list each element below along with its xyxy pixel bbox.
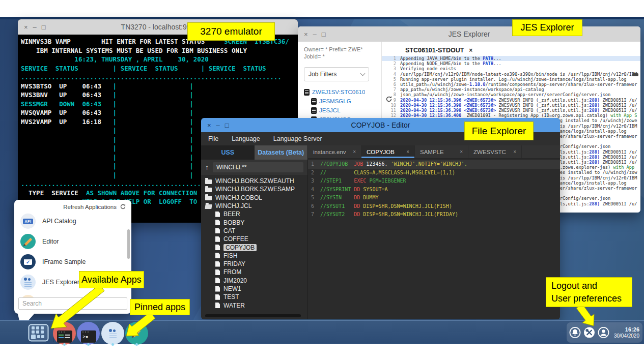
- text-segment: WINMVS3B VAMP: [21, 38, 101, 45]
- code-line: 5//SYSIN DD DUMMY: [308, 194, 560, 202]
- text-segment: PGM=IEBGENER: [369, 177, 406, 186]
- jes-job-item[interactable]: ZWEJ1SV:STC06101: [304, 87, 377, 97]
- dataset-member[interactable]: BOBBY: [201, 218, 307, 226]
- jes-dd-item[interactable]: JESMSGLG: [311, 97, 377, 106]
- editor-tab-copyjob[interactable]: COPYJOB×: [361, 145, 415, 158]
- tn3270-app-icon[interactable]: >▪: [77, 322, 100, 345]
- running-indicator: [111, 343, 114, 346]
- scrollbar-thumb[interactable]: [127, 229, 130, 259]
- menu-item-language[interactable]: Language: [232, 135, 260, 142]
- dataset-tree: WINCHJ.BORK.SZWEAUTHWINCHJ.BORK.SZWESAMP…: [201, 175, 307, 319]
- settings-icon[interactable]: [583, 326, 595, 339]
- refresh-applications-button[interactable]: Refresh Applications: [63, 204, 117, 210]
- scrollbar-thumb[interactable]: [205, 314, 301, 317]
- close-tab-icon[interactable]: ×: [353, 149, 356, 155]
- user-icon[interactable]: [598, 326, 609, 339]
- scrollbar-thumb[interactable]: [632, 73, 638, 76]
- text-segment: 123456,: [363, 160, 390, 169]
- text-segment: MVS3BTSO UP 06:43: [21, 82, 101, 90]
- dataset-member[interactable]: NEW1: [201, 285, 307, 293]
- app-menu-item-iframe-sample[interactable]: ✓IFrame Sample: [14, 252, 131, 272]
- panel-tab-uss[interactable]: USS: [201, 145, 255, 160]
- dataset-folder[interactable]: WINCHJ.COBOL: [201, 194, 307, 202]
- log-line-number: 11: [382, 108, 400, 113]
- text-segment: |: [101, 118, 117, 126]
- editor-tab-instance-env[interactable]: instance.env×: [308, 145, 361, 158]
- editor-tab-zwesvstc[interactable]: ZWESVSTC×: [468, 145, 522, 158]
- dataset-folder[interactable]: WINCHJ.JCL: [201, 202, 307, 210]
- text-segment: 288): [589, 149, 600, 155]
- text-segment: Verifying node exists: [400, 66, 456, 71]
- jes-titlebar: × – □ JES Explorer: [298, 26, 640, 42]
- text-segment: //STEP1: [320, 177, 342, 186]
- text-segment: 16:23, THURSDAY , APRIL 30, 2020: [21, 55, 209, 63]
- up-directory-icon[interactable]: ↑: [205, 163, 209, 171]
- text-segment: |: [189, 118, 193, 126]
- dataset-member[interactable]: FROM: [201, 268, 307, 276]
- file-icon: [215, 228, 220, 233]
- text-segment: /runtime/components/app-server/share/zlu…: [485, 82, 637, 87]
- dataset-member[interactable]: FISH: [201, 252, 307, 260]
- menu-item-language-server[interactable]: Language Server: [273, 135, 322, 142]
- jes-dd-item[interactable]: JESJCL: [311, 106, 377, 115]
- check-icon: ✓: [26, 259, 30, 265]
- annotation-3270-emulator: 3270 emulator: [187, 22, 275, 41]
- file-icon: [215, 245, 220, 250]
- text-segment: |: [189, 109, 193, 116]
- text-segment: 288): [589, 108, 600, 113]
- terminal-menu-handle-icon[interactable]: [152, 35, 163, 36]
- dataset-member[interactable]: WATER: [201, 301, 307, 309]
- log-line: 2Appending NODE_HOME/bin to the PATH...: [382, 61, 640, 66]
- gear-list-icon: [23, 278, 33, 287]
- dataset-member[interactable]: CAT: [201, 227, 307, 235]
- code-line: 4//SYSPRINT DD SYSOUT=A: [308, 186, 560, 194]
- editor-tab-label: instance.env: [313, 149, 346, 155]
- clock: 16:26 30/04/2020: [612, 326, 642, 339]
- close-tab-icon[interactable]: ×: [469, 47, 472, 54]
- dataset-member[interactable]: COFFEE: [201, 235, 307, 243]
- clock-date: 30/04/2020: [612, 333, 639, 339]
- notifications-icon[interactable]: [569, 326, 581, 339]
- dataset-member[interactable]: JIM2020: [201, 277, 307, 285]
- code-editor[interactable]: 1//COPYJOB JOB 123456, 'WINCHJ',NOTIFY='…: [308, 159, 560, 319]
- spool-file-tab[interactable]: STC06101-STDOUT ×: [405, 47, 472, 54]
- terminal-app-icon[interactable]: [53, 322, 76, 345]
- tree-item-label: FISH: [223, 252, 237, 259]
- tree-item-label: TEST: [223, 293, 239, 300]
- panel-tab-datasets-beta-[interactable]: Datasets (Beta): [255, 145, 308, 160]
- editor-app-icon[interactable]: [125, 322, 148, 345]
- close-tab-icon[interactable]: ×: [406, 149, 409, 155]
- jes-explorer-app-icon[interactable]: [101, 322, 124, 345]
- file-icon: [215, 278, 220, 283]
- log-line: 8json_path=/u/winchj/zowe-instance/works…: [382, 92, 640, 97]
- refresh-icon[interactable]: [120, 203, 126, 210]
- text-segment: ........................................…: [21, 73, 282, 81]
- menu-item-file[interactable]: File: [208, 135, 218, 142]
- editor-window: × – □ COPYJOB - Editor FileLanguageLangu…: [201, 118, 560, 319]
- dataset-folder[interactable]: WINCHJ.BORK.SZWEAUTH: [201, 177, 307, 185]
- annotation-jes-explorer: JES Explorer: [512, 19, 582, 36]
- terminal-line: MVS3BTSO UP 06:43 | |: [21, 82, 295, 91]
- dataset-filter-input[interactable]: WINCHJ.**: [213, 162, 303, 172]
- tree-item-label: BOBBY: [223, 219, 244, 226]
- close-tab-icon[interactable]: ×: [460, 149, 463, 155]
- app-launcher-button[interactable]: [28, 324, 49, 342]
- close-tab-icon[interactable]: ×: [513, 149, 516, 155]
- text-segment: CLASS=A,MSGCLASS=H,MSGLEVEL=(1,1): [354, 169, 455, 177]
- jes-job-label: ZWEJ1SV:STC06101: [312, 89, 365, 95]
- app-menu-item-editor[interactable]: Editor: [14, 231, 131, 252]
- app-menu-item-api-catalog[interactable]: APIAPI Catalog: [14, 211, 131, 231]
- log-line-number: 5: [382, 77, 400, 82]
- log-line-number: 10: [382, 103, 400, 108]
- editor-tab-label: SAMPLE: [420, 149, 444, 155]
- text-segment: | |: [21, 171, 193, 179]
- dataset-member[interactable]: COPYJOB: [201, 243, 307, 251]
- dataset-member[interactable]: TEST: [201, 293, 307, 301]
- dataset-member[interactable]: FRIDAY: [201, 260, 307, 268]
- search-input[interactable]: [18, 297, 127, 310]
- job-filters-dropdown[interactable]: Job Filters: [304, 67, 369, 81]
- dataset-folder[interactable]: WINCHJ.BORK.SZWESAMP: [201, 185, 307, 193]
- dataset-member[interactable]: BEER: [201, 210, 307, 218]
- mini-terminal-icon: >▪: [81, 330, 96, 343]
- editor-tab-sample[interactable]: SAMPLE×: [415, 145, 468, 158]
